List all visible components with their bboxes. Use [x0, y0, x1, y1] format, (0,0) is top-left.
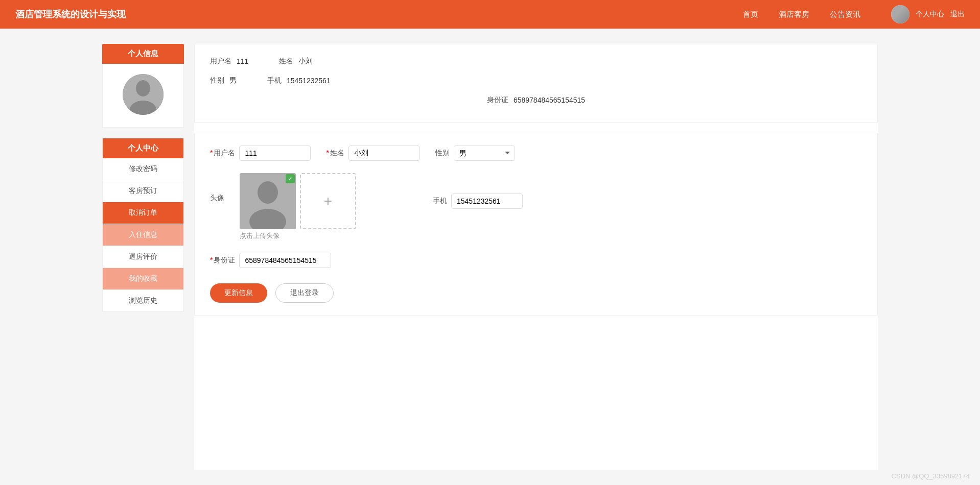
info-phone: 手机 15451232561	[267, 76, 331, 85]
gender-value: 男	[229, 76, 237, 85]
form-username-label: *用户名	[210, 149, 235, 158]
info-gender: 性别 男	[210, 76, 237, 85]
sidebar-item-checkin-info[interactable]: 入住信息	[103, 224, 183, 246]
edit-form-section: *用户名 *姓名 性别 男 女	[194, 133, 878, 316]
info-idcard: 身份证 658978484565154515	[487, 95, 585, 105]
main-nav: 首页 酒店客房 公告资讯	[743, 10, 860, 19]
svg-point-4	[258, 181, 278, 204]
avatar-upload-row: 头像 ✓	[210, 173, 862, 240]
info-row-2: 性别 男 手机 15451232561	[210, 76, 862, 85]
info-row-1: 用户名 111 姓名 小刘	[210, 57, 862, 66]
edit-row-1: *用户名 *姓名 性别 男 女	[210, 146, 862, 161]
personal-info-card: 个人信息	[102, 44, 184, 128]
sidebar: 个人信息 个人中心 修改密码 客房预订 取消订单 入住信息 退房评价 我的收	[102, 44, 184, 470]
avatar-tip[interactable]: 点击上传头像	[240, 231, 356, 240]
sidebar-avatar	[123, 74, 164, 115]
user-center-link[interactable]: 个人中心	[916, 10, 944, 19]
avatar-check-icon: ✓	[286, 174, 295, 183]
avatar-silhouette-icon	[123, 74, 164, 115]
sidebar-item-my-favorites[interactable]: 我的收藏	[103, 268, 183, 290]
sidebar-menu: 个人中心 修改密码 客房预订 取消订单 入住信息 退房评价 我的收藏 浏览历史	[102, 138, 184, 312]
realname-label: 姓名	[279, 57, 293, 66]
header-right: 个人中心 退出	[891, 5, 965, 23]
avatar-upload-area: ✓ +	[240, 173, 356, 229]
gender-label: 性别	[210, 76, 224, 85]
button-row: 更新信息 退出登录	[210, 283, 862, 303]
username-input[interactable]	[239, 146, 311, 161]
sidebar-center-title: 个人中心	[103, 138, 183, 158]
gender-select[interactable]: 男 女	[454, 146, 515, 161]
update-button[interactable]: 更新信息	[210, 283, 267, 303]
realname-required: *	[326, 149, 329, 157]
id-required: *	[210, 256, 213, 264]
avatar-preview: ✓	[240, 173, 296, 229]
form-group-username: *用户名	[210, 146, 311, 161]
id-value: 658978484565154515	[514, 96, 585, 104]
avatar-upload-button[interactable]: +	[300, 173, 356, 229]
form-id-label: *身份证	[210, 256, 235, 265]
sidebar-item-checkout-review[interactable]: 退房评价	[103, 246, 183, 268]
nav-rooms[interactable]: 酒店客房	[779, 10, 809, 19]
sidebar-item-browse-history[interactable]: 浏览历史	[103, 290, 183, 311]
avatar-img	[891, 5, 909, 23]
info-realname: 姓名 小刘	[279, 57, 313, 66]
phone-label: 手机	[267, 76, 282, 85]
realname-value: 小刘	[298, 57, 313, 66]
id-label: 身份证	[487, 95, 508, 105]
form-group-realname: *姓名	[326, 146, 419, 161]
realname-input[interactable]	[348, 146, 420, 161]
logout-link[interactable]: 退出	[950, 10, 965, 19]
logout-button[interactable]: 退出登录	[275, 283, 334, 303]
info-username: 用户名 111	[210, 57, 248, 66]
sidebar-item-change-password[interactable]: 修改密码	[103, 158, 183, 180]
username-label: 用户名	[210, 57, 231, 66]
username-value: 111	[237, 57, 248, 65]
svg-point-1	[136, 80, 150, 96]
phone-input[interactable]	[451, 193, 523, 209]
nav-news[interactable]: 公告资讯	[830, 10, 860, 19]
sidebar-item-cancel-order[interactable]: 取消订单	[103, 202, 183, 224]
right-content: 用户名 111 姓名 小刘 性别 男 手机 15451232561	[194, 44, 878, 470]
info-row-id: 身份证 658978484565154515	[210, 95, 862, 105]
form-group-gender: 性别 男 女	[435, 146, 515, 161]
form-group-phone: 手机	[433, 173, 523, 209]
form-gender-label: 性别	[435, 149, 450, 158]
id-row: *身份证	[210, 253, 862, 268]
main-content: 个人信息 个人中心 修改密码 客房预订 取消订单 入住信息 退房评价 我的收	[0, 29, 980, 485]
username-required: *	[210, 149, 213, 157]
sidebar-info-title: 个人信息	[102, 44, 184, 64]
app-title: 酒店管理系统的设计与实现	[15, 8, 743, 20]
avatar-label: 头像	[210, 173, 224, 203]
header-avatar	[891, 5, 909, 23]
id-input[interactable]	[239, 253, 331, 268]
phone-value: 15451232561	[287, 77, 331, 85]
form-phone-label: 手机	[433, 197, 447, 206]
info-display-section: 用户名 111 姓名 小刘 性别 男 手机 15451232561	[194, 44, 878, 123]
avatar-upload-container: ✓ + 点击上传头像	[240, 173, 356, 240]
form-realname-label: *姓名	[326, 149, 344, 158]
sidebar-avatar-box	[102, 64, 184, 128]
header: 酒店管理系统的设计与实现 首页 酒店客房 公告资讯 个人中心 退出	[0, 0, 980, 29]
sidebar-item-room-booking[interactable]: 客房预订	[103, 180, 183, 202]
nav-home[interactable]: 首页	[743, 10, 758, 19]
